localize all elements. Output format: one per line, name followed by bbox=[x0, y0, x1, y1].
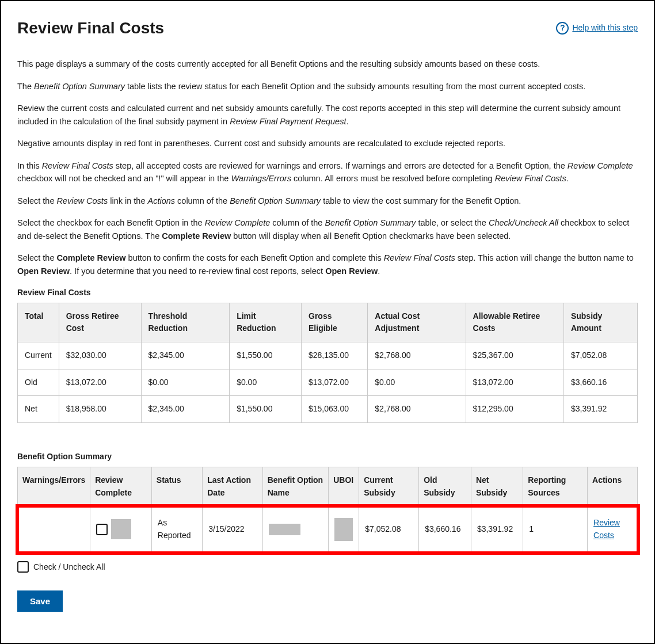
cell-last-action: 3/15/2022 bbox=[203, 506, 262, 552]
col-allowable: Allowable Retiree Costs bbox=[466, 303, 563, 342]
col-total: Total bbox=[18, 303, 59, 342]
cell-benefit-name bbox=[262, 506, 329, 552]
help-link-text[interactable]: Help with this step bbox=[572, 22, 638, 35]
redacted-block bbox=[111, 519, 131, 539]
table-row: Net $18,958.00 $2,345.00 $1,550.00 $15,0… bbox=[18, 396, 638, 423]
cell-actions: Review Costs bbox=[588, 506, 638, 552]
col-old-sub: Old Subsidy bbox=[419, 467, 471, 506]
cell-old-sub: $3,660.16 bbox=[419, 506, 471, 552]
table-row: Old $13,072.00 $0.00 $0.00 $13,072.00 $0… bbox=[18, 369, 638, 396]
check-uncheck-all-checkbox[interactable] bbox=[17, 561, 29, 573]
help-icon: ? bbox=[556, 22, 569, 35]
col-actual-cost: Actual Cost Adjustment bbox=[368, 303, 466, 342]
col-review-complete: Review Complete bbox=[90, 467, 152, 506]
col-actions: Actions bbox=[588, 467, 638, 506]
cell-net-sub: $3,391.92 bbox=[471, 506, 523, 552]
save-button[interactable]: Save bbox=[17, 590, 63, 612]
col-status: Status bbox=[151, 467, 202, 506]
intro-p1: This page displays a summary of the cost… bbox=[17, 58, 638, 70]
intro-p7: Select the checkbox for each Benefit Opt… bbox=[17, 216, 638, 242]
intro-p4: Negative amounts display in red font in … bbox=[17, 137, 638, 150]
col-threshold: Threshold Reduction bbox=[141, 303, 230, 342]
col-limit: Limit Reduction bbox=[230, 303, 302, 342]
intro-p5: In this Review Final Costs step, all acc… bbox=[17, 159, 638, 185]
cell-status: As Reported bbox=[151, 506, 202, 552]
col-net-sub: Net Subsidy bbox=[471, 467, 523, 506]
col-warnings: Warnings/Errors bbox=[18, 467, 90, 506]
review-complete-checkbox[interactable] bbox=[96, 524, 108, 535]
intro-p8: Select the Complete Review button to con… bbox=[17, 251, 638, 277]
cell-review-complete bbox=[90, 506, 152, 552]
review-costs-link[interactable]: Review Costs bbox=[593, 518, 620, 540]
page-title: Review Final Costs bbox=[17, 16, 164, 40]
help-with-step-link[interactable]: ? Help with this step bbox=[556, 22, 638, 35]
col-current-sub: Current Subsidy bbox=[359, 467, 419, 506]
redacted-block bbox=[269, 524, 300, 535]
col-benefit-name: Benefit Option Name bbox=[262, 467, 329, 506]
check-all-row: Check / Uncheck All bbox=[17, 561, 638, 574]
intro-p2: The Benefit Option Summary table lists t… bbox=[17, 80, 638, 93]
cell-warnings bbox=[18, 506, 90, 552]
intro-p3: Review the current costs and calculated … bbox=[17, 102, 638, 128]
check-all-label: Check / Uncheck All bbox=[33, 561, 105, 574]
cell-reporting: 1 bbox=[523, 506, 588, 552]
cell-current-sub: $7,052.08 bbox=[359, 506, 419, 552]
col-last-action: Last Action Date bbox=[203, 467, 262, 506]
review-final-costs-table: Total Gross Retiree Cost Threshold Reduc… bbox=[17, 303, 638, 423]
col-gross-eligible: Gross Eligible bbox=[302, 303, 368, 342]
summary-table-label: Benefit Option Summary bbox=[17, 451, 638, 463]
col-uboi: UBOI bbox=[329, 467, 359, 506]
benefit-option-summary-table: Warnings/Errors Review Complete Status L… bbox=[17, 467, 638, 553]
intro-p6: Select the Review Costs link in the Acti… bbox=[17, 195, 638, 207]
col-subsidy: Subsidy Amount bbox=[563, 303, 637, 342]
table-row: Current $32,030.00 $2,345.00 $1,550.00 $… bbox=[18, 342, 638, 369]
benefit-option-row: As Reported 3/15/2022 $7,052.08 $3,660.1… bbox=[18, 506, 638, 552]
col-reporting: Reporting Sources bbox=[523, 467, 588, 506]
cell-uboi bbox=[329, 506, 359, 552]
col-gross-retiree: Gross Retiree Cost bbox=[59, 303, 141, 342]
costs-table-label: Review Final Costs bbox=[17, 287, 638, 299]
intro-text: This page displays a summary of the cost… bbox=[17, 58, 638, 277]
redacted-block bbox=[334, 518, 353, 541]
